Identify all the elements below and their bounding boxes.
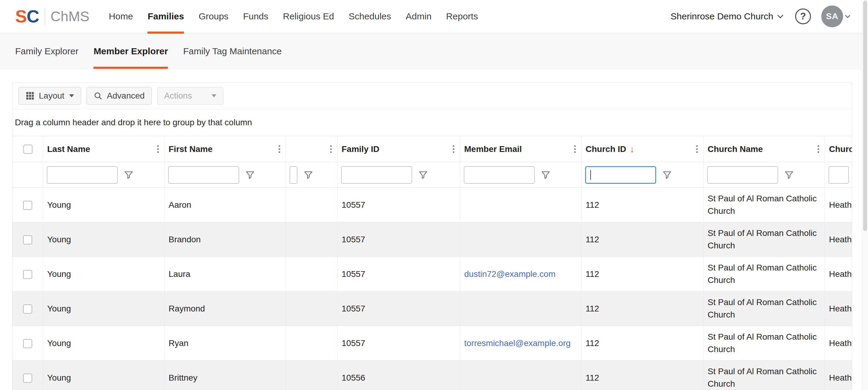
row-checkbox[interactable] (23, 201, 32, 210)
filter-icon[interactable] (662, 170, 672, 180)
cell-select (12, 257, 43, 291)
column-title: Last Name (48, 144, 90, 154)
app-header: SC ChMS Home Families Groups Funds Relig… (0, 0, 868, 33)
blank-filter-input[interactable] (289, 166, 298, 184)
tab-member-explorer[interactable]: Member Explorer (93, 33, 168, 69)
group-hint-text: Drag a column header and drop it here to… (15, 118, 252, 127)
logo-divider (44, 8, 45, 25)
filter-icon[interactable] (124, 170, 133, 180)
group-by-drop-zone[interactable]: Drag a column header and drop it here to… (12, 109, 852, 136)
column-header-church-id[interactable]: Church ID↓ (581, 136, 703, 162)
app-screen: SC ChMS Home Families Groups Funds Relig… (0, 0, 868, 390)
column-title: First Name (169, 144, 213, 154)
nav-item-home[interactable]: Home (108, 0, 133, 33)
last-name-filter-input[interactable] (47, 166, 118, 184)
help-icon[interactable]: ? (795, 8, 811, 24)
column-menu-icon[interactable] (277, 143, 282, 155)
cell-last-name: Young (43, 291, 164, 326)
row-checkbox[interactable] (23, 304, 32, 314)
app-logo[interactable]: SC ChMS (15, 8, 89, 25)
cell-family-id: 10557 (337, 188, 460, 222)
cell-select (12, 222, 43, 257)
column-header-first-name[interactable]: First Name (164, 136, 286, 162)
column-menu-icon[interactable] (572, 143, 578, 155)
search-icon (93, 91, 102, 100)
cell-blank (286, 222, 337, 257)
tab-family-explorer[interactable]: Family Explorer (15, 33, 78, 69)
cell-clipped: Heath (825, 361, 852, 390)
cell-blank (286, 257, 337, 291)
cell-church-id: 112 (581, 326, 703, 361)
row-checkbox[interactable] (23, 235, 32, 245)
first-name-filter-input[interactable] (168, 166, 239, 184)
nav-item-families[interactable]: Families (148, 0, 184, 33)
table-row[interactable]: Young Brittney 10556 112 St Paul of Al R… (12, 361, 852, 390)
filter-icon[interactable] (418, 170, 428, 180)
column-header-clipped[interactable]: Churc (825, 136, 852, 162)
family-id-filter-input[interactable] (341, 166, 412, 184)
cell-clipped: Heath (825, 222, 852, 257)
logo-letter-c: C (27, 6, 39, 26)
table-row[interactable]: Young Aaron 10557 112 St Paul of Al Roma… (12, 188, 852, 222)
column-menu-icon[interactable] (694, 143, 700, 155)
column-header-blank[interactable] (286, 136, 337, 162)
layout-button[interactable]: Layout (19, 87, 81, 105)
column-menu-icon[interactable] (155, 143, 160, 155)
user-menu[interactable]: SA (821, 5, 851, 27)
nav-item-admin[interactable]: Admin (406, 0, 432, 33)
column-menu-icon[interactable] (451, 143, 456, 155)
cell-select (12, 188, 43, 222)
cell-member-email[interactable]: torresmichael@example.org (460, 326, 581, 361)
cell-member-email (460, 291, 581, 326)
cell-clipped: Heath (825, 257, 852, 291)
page-scrollbar[interactable] (862, 0, 868, 390)
column-header-church-name[interactable]: Church Name (703, 136, 825, 162)
actions-dropdown[interactable]: Actions (157, 87, 223, 105)
filter-icon[interactable] (304, 170, 313, 180)
church-name-filter-input[interactable] (707, 166, 778, 184)
nav-item-funds[interactable]: Funds (243, 0, 268, 33)
tab-family-tag-maintenance[interactable]: Family Tag Maintenance (183, 33, 282, 69)
nav-item-groups[interactable]: Groups (198, 0, 228, 33)
church-id-filter-input[interactable] (585, 166, 656, 184)
cell-member-email (460, 222, 581, 257)
cell-clipped: Heath (825, 326, 852, 361)
advanced-button[interactable]: Advanced (87, 87, 152, 105)
cell-member-email[interactable]: dustin72@example.com (460, 257, 581, 291)
nav-item-reports[interactable]: Reports (446, 0, 478, 33)
church-selector[interactable]: Sherinrose Demo Church (671, 11, 785, 22)
advanced-button-label: Advanced (107, 91, 145, 101)
layout-button-label: Layout (39, 91, 64, 101)
column-header-last-name[interactable]: Last Name (43, 136, 164, 162)
cell-last-name: Young (43, 222, 164, 257)
cell-first-name: Aaron (164, 188, 286, 222)
filter-icon[interactable] (541, 170, 551, 180)
cell-church-name: St Paul of Al Roman Catholic Church (703, 222, 825, 257)
column-menu-icon[interactable] (816, 143, 821, 155)
column-header-member-email[interactable]: Member Email (460, 136, 581, 162)
column-title: Church ID (586, 144, 626, 154)
scrollbar-thumb[interactable] (863, 1, 867, 231)
column-menu-icon[interactable] (329, 143, 334, 155)
sort-desc-icon: ↓ (630, 145, 634, 154)
row-checkbox[interactable] (23, 339, 32, 348)
column-header-family-id[interactable]: Family ID (337, 136, 460, 162)
row-checkbox[interactable] (23, 373, 32, 383)
caret-down-icon (212, 94, 216, 97)
select-all-header-cell (12, 136, 43, 162)
table-row[interactable]: Young Laura 10557 dustin72@example.com 1… (12, 257, 852, 291)
column-title: Church Name (708, 144, 763, 154)
cell-last-name: Young (43, 361, 164, 390)
filter-icon[interactable] (784, 170, 794, 180)
nav-item-schedules[interactable]: Schedules (349, 0, 391, 33)
table-row[interactable]: Young Brandon 10557 112 St Paul of Al Ro… (12, 222, 852, 257)
row-checkbox[interactable] (23, 270, 32, 279)
member-email-filter-input[interactable] (464, 166, 535, 184)
filter-cell-empty (12, 162, 43, 188)
nav-item-religious-ed[interactable]: Religious Ed (283, 0, 334, 33)
table-row[interactable]: Young Raymond 10557 112 St Paul of Al Ro… (12, 291, 852, 326)
select-all-checkbox[interactable] (23, 145, 32, 154)
filter-icon[interactable] (245, 170, 255, 180)
clipped-filter-input[interactable] (829, 166, 849, 184)
table-row[interactable]: Young Ryan 10557 torresmichael@example.o… (12, 326, 852, 361)
